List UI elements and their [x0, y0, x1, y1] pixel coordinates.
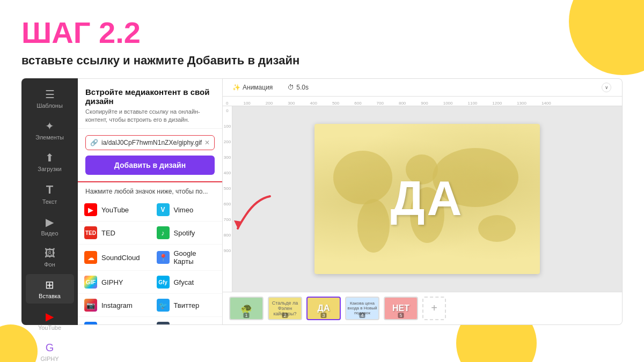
url-value: ia/dalJ0CpF7hwmN1nZXe/giphy.gif	[101, 139, 202, 146]
spotify-label: Spotify	[174, 229, 195, 237]
url-clear-button[interactable]: ✕	[204, 139, 210, 146]
service-soundcloud[interactable]: ☁ SoundCloud	[78, 245, 150, 271]
service-twitter[interactable]: 🐦 Твиттер	[150, 294, 223, 317]
ruler-num: 500	[332, 101, 339, 106]
slide-thumb-4[interactable]: Какова цена входа в Новый подарок 4	[345, 297, 379, 320]
googlemaps-label: Google Карты	[174, 249, 216, 265]
soundcloud-icon: ☁	[84, 251, 97, 264]
slide-thumb-2[interactable]: Стальде ла Фэлен кайфары? 2	[268, 297, 302, 320]
spotify-icon: ♪	[157, 226, 170, 239]
filmstrip-slide-5: НЕТ 5	[384, 297, 418, 320]
youtube-label: YouTube	[101, 206, 129, 214]
templates-icon: ☰	[45, 88, 55, 101]
instagram-icon: 📷	[84, 299, 97, 312]
ruler-marks: 0 100 200 300 400 500 600 700 800 900 10…	[226, 101, 551, 106]
ruler-num: 700	[377, 101, 384, 106]
step-subtitle: вставьте ссылку и нажмите Добавить в диз…	[21, 54, 623, 68]
canvas-workspace: ДА	[232, 106, 622, 292]
clock-icon: ⏱	[288, 84, 294, 91]
service-spotify[interactable]: ♪ Spotify	[150, 221, 223, 245]
service-ted[interactable]: TED TED	[78, 221, 150, 245]
filmstrip-slide-2: Стальде ла Фэлен кайфары? 2	[268, 297, 302, 320]
sidebar-label-giphy: GIPHY	[40, 356, 58, 362]
duration-label: 5.0s	[296, 84, 309, 91]
service-giphy[interactable]: GIF GIPHY	[78, 271, 150, 294]
slide-thumb-5[interactable]: НЕТ 5	[384, 297, 418, 320]
sidebar-item-youtube[interactable]: ▶ YouTube	[26, 306, 74, 335]
sidebar-item-elements[interactable]: ✦ Элементы	[26, 115, 74, 145]
ruler-num: 900	[421, 101, 428, 106]
animation-label: Анимация	[243, 84, 273, 91]
twitter-label: Твиттер	[174, 301, 200, 309]
add-to-design-button[interactable]: Добавить в дизайн	[85, 156, 215, 175]
embed-url-area: 🔗 ia/dalJ0CpF7hwmN1nZXe/giphy.gif ✕ Доба…	[78, 129, 222, 182]
left-ruler-num: 900	[224, 248, 231, 253]
canvas-toolbar: ✨ Анимация ⏱ 5.0s ∨	[223, 79, 622, 97]
canvas-ruler: 0 100 200 300 400 500 600 700 800 900 10…	[223, 97, 622, 106]
ruler-num: 1200	[492, 101, 502, 106]
sidebar-item-embed[interactable]: ⊞ Вставка	[26, 274, 74, 304]
bg-icon: 🖼	[45, 247, 55, 260]
slide-thumb-3[interactable]: ДА 3	[306, 297, 341, 320]
slide-num-1: 1	[243, 313, 249, 318]
sidebar-label-text: Текст	[42, 198, 57, 205]
slide-num-2: 2	[282, 313, 288, 318]
left-ruler-num: 0	[226, 108, 228, 113]
svg-point-2	[357, 199, 390, 253]
text-icon: T	[46, 183, 53, 197]
service-googlemaps[interactable]: 📍 Google Карты	[150, 245, 223, 271]
duration-button[interactable]: ⏱ 5.0s	[284, 82, 312, 93]
slide-num-3: 3	[320, 313, 326, 318]
elements-icon: ✦	[45, 120, 54, 132]
sidebar-label-uploads: Загрузки	[38, 166, 61, 172]
sidebar-label-templates: Шаблоны	[36, 102, 63, 109]
left-ruler-num: 700	[224, 217, 231, 222]
ruler-num: 600	[354, 101, 361, 106]
sidebar-label-embed: Вставка	[39, 293, 61, 299]
ruler-num: 400	[310, 101, 317, 106]
slide-thumb-1[interactable]: 🐢 1	[229, 297, 264, 320]
filmstrip: 🐢 1 Стальде ла Фэлен кайфары? 2 ДА 3	[223, 292, 622, 324]
service-youtube[interactable]: ▶ YouTube	[78, 198, 150, 221]
service-tumblr[interactable]: t Tumblr	[150, 317, 223, 324]
service-vimeo[interactable]: V Vimeo	[150, 198, 223, 221]
filmstrip-slide-1: 🐢 1	[229, 297, 264, 320]
twitter-icon: 🐦	[157, 299, 170, 312]
video-icon: ▶	[46, 216, 54, 228]
service-facebook[interactable]: f Facebook	[78, 317, 150, 324]
sidebar-item-text[interactable]: T Текст	[26, 179, 74, 209]
panel-section-title: Нажмите любой значок ниже, чтобы по...	[78, 182, 222, 198]
filmstrip-slide-4: Какова цена входа в Новый подарок 4	[345, 297, 379, 320]
service-gfycat[interactable]: Gfy Gfycat	[150, 271, 223, 294]
facebook-icon: f	[84, 322, 97, 324]
sidebar-item-giphy[interactable]: G GIPHY	[26, 337, 74, 362]
sidebar-label-youtube: YouTube	[38, 324, 61, 331]
ruler-num: 1400	[541, 101, 551, 106]
ruler-num: 1100	[467, 101, 477, 106]
service-instagram[interactable]: 📷 Instagram	[78, 294, 150, 317]
url-input-wrap[interactable]: 🔗 ia/dalJ0CpF7hwmN1nZXe/giphy.gif ✕	[85, 135, 215, 150]
giphy-label: GIPHY	[101, 278, 123, 286]
sidebar-item-templates[interactable]: ☰ Шаблоны	[26, 84, 74, 113]
left-ruler-num: 800	[224, 233, 231, 238]
vimeo-label: Vimeo	[174, 206, 194, 214]
sidebar-item-video[interactable]: ▶ Видео	[26, 211, 74, 241]
collapse-button[interactable]: ∨	[602, 83, 611, 92]
animation-button[interactable]: ✨ Анимация	[229, 82, 276, 93]
service-grid: ▶ YouTube V Vimeo TED TED ♪ Spotify	[78, 198, 222, 324]
sidebar-item-bg[interactable]: 🖼 Фон	[26, 243, 74, 272]
sidebar-item-uploads[interactable]: ⬆ Загрузки	[26, 147, 74, 176]
filmstrip-slide-3: ДА 3	[306, 297, 341, 320]
vimeo-icon: V	[157, 203, 170, 216]
ruler-num: 1000	[443, 101, 453, 106]
youtube-sidebar-icon: ▶	[46, 310, 54, 323]
animation-icon: ✨	[232, 84, 240, 91]
canvas-slide[interactable]: ДА	[314, 124, 540, 274]
step-title: ШАГ 2.2	[21, 16, 623, 49]
giphy-icon: GIF	[84, 276, 97, 289]
googlemaps-icon: 📍	[157, 251, 170, 264]
sidebar: ☰ Шаблоны ✦ Элементы ⬆ Загрузки T Текст …	[21, 78, 78, 325]
giphy-sidebar-icon: G	[46, 342, 54, 354]
add-slide-button[interactable]: +	[422, 297, 446, 320]
ruler-num: 100	[243, 101, 250, 106]
